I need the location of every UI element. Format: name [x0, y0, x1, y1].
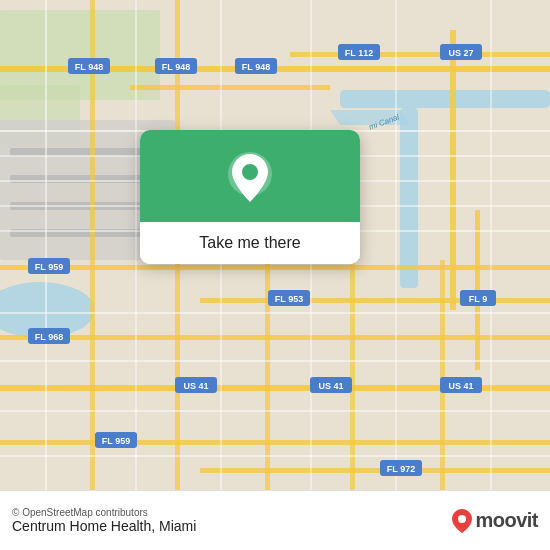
moovit-pin-icon [451, 508, 473, 534]
svg-point-74 [458, 515, 466, 523]
svg-text:US 27: US 27 [448, 48, 473, 58]
bottom-left: © OpenStreetMap contributors Centrum Hom… [12, 507, 196, 534]
svg-text:FL 953: FL 953 [275, 294, 303, 304]
svg-rect-41 [395, 0, 397, 490]
svg-rect-36 [0, 455, 550, 457]
svg-rect-21 [0, 440, 550, 445]
svg-text:US 41: US 41 [183, 381, 208, 391]
svg-rect-22 [200, 468, 550, 473]
svg-rect-35 [0, 410, 550, 412]
svg-rect-42 [490, 0, 492, 490]
svg-text:US 41: US 41 [318, 381, 343, 391]
svg-rect-14 [290, 52, 550, 57]
svg-text:FL 959: FL 959 [102, 436, 130, 446]
svg-text:FL 112: FL 112 [345, 48, 373, 58]
bottom-bar: © OpenStreetMap contributors Centrum Hom… [0, 490, 550, 550]
map-container: FL 948 FL 948 FL 948 FL 112 US 27 FL 959… [0, 0, 550, 490]
svg-text:FL 948: FL 948 [75, 62, 103, 72]
location-pin-icon [228, 152, 272, 204]
svg-rect-33 [0, 312, 550, 314]
svg-text:FL 959: FL 959 [35, 262, 63, 272]
svg-text:FL 968: FL 968 [35, 332, 63, 342]
svg-rect-13 [130, 85, 330, 90]
svg-rect-34 [0, 360, 550, 362]
svg-text:FL 972: FL 972 [387, 464, 415, 474]
svg-rect-17 [200, 298, 550, 303]
svg-point-73 [242, 164, 258, 180]
location-name: Centrum Home Health, Miami [12, 518, 196, 534]
svg-rect-2 [400, 108, 418, 288]
take-me-there-button[interactable]: Take me there [140, 222, 360, 264]
svg-text:FL 948: FL 948 [162, 62, 190, 72]
osm-attribution: © OpenStreetMap contributors [12, 507, 196, 518]
svg-rect-8 [10, 148, 160, 156]
svg-rect-1 [340, 90, 550, 108]
svg-rect-16 [0, 265, 550, 270]
svg-text:US 41: US 41 [448, 381, 473, 391]
popup-card: Take me there [140, 130, 360, 264]
svg-rect-19 [0, 335, 550, 340]
svg-rect-37 [45, 0, 47, 490]
svg-text:FL 948: FL 948 [242, 62, 270, 72]
popup-green-area [140, 130, 360, 222]
svg-text:FL 9: FL 9 [469, 294, 487, 304]
moovit-logo: moovit [451, 508, 538, 534]
moovit-brand-text: moovit [475, 509, 538, 532]
svg-rect-38 [135, 0, 137, 490]
